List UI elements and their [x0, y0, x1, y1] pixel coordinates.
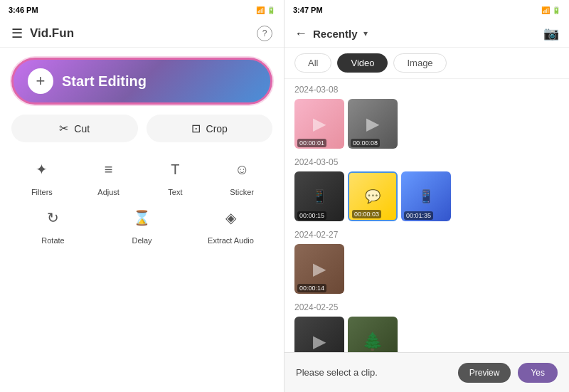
- thumb-row-1: 📱 00:00:15 💬 00:00:03 📱 00:01:35: [294, 171, 559, 221]
- filters-label: Filters: [31, 188, 53, 196]
- recently-chevron-icon[interactable]: ▾: [363, 28, 368, 38]
- back-button[interactable]: ←: [294, 26, 307, 41]
- extract-audio-icon: ◈: [216, 202, 247, 233]
- app-header-left: ☰ Vid.Fun: [11, 26, 74, 41]
- thumb-duration: 00:00:15: [297, 211, 326, 220]
- tools-grid: ✦ Filters ≡ Adjust T Text ☺ Sticker: [0, 154, 284, 196]
- date-group-3: 2024-02-25 ▶ 🌲: [294, 302, 559, 352]
- rotate-label: Rotate: [41, 236, 64, 245]
- thumb-row-2: ▶ 00:00:14: [294, 244, 559, 294]
- tool-filters[interactable]: ✦ Filters: [11, 154, 73, 196]
- tool-text[interactable]: T Text: [145, 154, 206, 196]
- status-bar-right: 3:47 PM 📶🔋: [284, 0, 569, 20]
- sticker-label: Sticker: [230, 188, 254, 196]
- thumb-row-0: ▶ 00:00:01 ▶ 00:00:08: [294, 99, 559, 149]
- tool-adjust[interactable]: ≡ Adjust: [78, 154, 139, 196]
- delay-icon: ⌛: [127, 202, 158, 233]
- app-title: Vid.Fun: [30, 26, 74, 41]
- text-label: Text: [168, 188, 182, 196]
- right-panel: 3:47 PM 📶🔋 ← Recently ▾ 📷 All Video Imag…: [284, 0, 569, 392]
- thumb-duration: 00:00:03: [352, 210, 381, 218]
- crop-icon: [191, 122, 201, 135]
- text-icon: T: [159, 154, 191, 185]
- start-editing-button[interactable]: + Start Editing: [11, 58, 272, 105]
- hamburger-menu[interactable]: ☰: [11, 26, 23, 41]
- adjust-icon: ≡: [93, 154, 124, 185]
- cut-crop-row: Cut Crop: [0, 115, 284, 142]
- help-label: ?: [262, 28, 267, 38]
- tool-extract-audio[interactable]: ◈ Extract Audio: [189, 202, 272, 245]
- scissors-icon: [59, 122, 68, 135]
- thumb-duration: 00:00:08: [351, 139, 380, 147]
- app-header: ☰ Vid.Fun ?: [0, 20, 284, 48]
- sticker-icon: ☺: [226, 154, 257, 185]
- tools-grid2: ↻ Rotate ⌛ Delay ◈ Extract Audio: [0, 202, 284, 245]
- status-icons-left: 📶🔋: [256, 6, 275, 14]
- crop-label: Crop: [206, 123, 228, 134]
- thumb-item[interactable]: 📱 00:00:15: [294, 171, 344, 221]
- help-button[interactable]: ?: [257, 26, 272, 41]
- camera-button[interactable]: 📷: [543, 26, 559, 41]
- preview-button[interactable]: Preview: [458, 363, 511, 383]
- thumb-item[interactable]: 🌲: [348, 317, 398, 352]
- left-panel: 3:46 PM 📶🔋 ☰ Vid.Fun ? + Start Editing C…: [0, 0, 284, 392]
- status-icons-right: 📶🔋: [541, 6, 560, 14]
- thumb-item[interactable]: ▶ 00:00:14: [294, 244, 344, 294]
- status-bar-left: 3:46 PM 📶🔋: [0, 0, 284, 20]
- filter-tabs: All Video Image: [284, 48, 569, 79]
- thumb-row-3: ▶ 🌲: [294, 317, 559, 352]
- tool-delay[interactable]: ⌛ Delay: [100, 202, 184, 245]
- thumb-duration: 00:00:01: [297, 139, 326, 147]
- status-time-right: 3:47 PM: [293, 6, 323, 14]
- tab-video[interactable]: Video: [337, 53, 388, 73]
- yes-button[interactable]: Yes: [518, 363, 558, 383]
- tab-all[interactable]: All: [294, 53, 331, 73]
- cut-label: Cut: [74, 123, 90, 134]
- filters-icon: ✦: [26, 154, 58, 185]
- thumb-item[interactable]: 💬 00:00:03: [348, 171, 398, 221]
- delay-label: Delay: [132, 236, 151, 245]
- select-clip-text: Please select a clip.: [296, 367, 378, 378]
- media-header-left: ← Recently ▾: [294, 26, 368, 41]
- date-label-0: 2024-03-08: [294, 85, 559, 95]
- thumb-duration: 00:00:14: [297, 284, 326, 292]
- date-group-2: 2024-02-27 ▶ 00:00:14: [294, 230, 559, 294]
- tool-rotate[interactable]: ↻ Rotate: [11, 202, 95, 245]
- thumb-visual: 🌲: [348, 317, 398, 352]
- start-editing-label: Start Editing: [62, 73, 147, 90]
- thumb-item[interactable]: ▶ 00:00:08: [348, 99, 398, 149]
- thumb-visual: ▶: [294, 317, 344, 352]
- extract-audio-label: Extract Audio: [208, 236, 254, 245]
- tool-sticker[interactable]: ☺ Sticker: [211, 154, 272, 196]
- thumb-duration: 00:01:35: [404, 211, 433, 220]
- crop-button[interactable]: Crop: [147, 115, 273, 142]
- rotate-icon: ↻: [38, 202, 69, 233]
- tab-image[interactable]: Image: [393, 53, 446, 73]
- thumb-item[interactable]: ▶: [294, 317, 344, 352]
- media-header: ← Recently ▾ 📷: [284, 20, 569, 48]
- thumb-item[interactable]: 📱 00:01:35: [401, 171, 451, 221]
- thumb-item[interactable]: ▶ 00:00:01: [294, 99, 344, 149]
- adjust-label: Adjust: [97, 188, 119, 196]
- status-time-left: 3:46 PM: [9, 6, 38, 14]
- date-group-1: 2024-03-05 📱 00:00:15 💬 00:00:03 📱: [294, 157, 559, 221]
- cut-button[interactable]: Cut: [11, 115, 138, 142]
- media-scroll[interactable]: 2024-03-08 ▶ 00:00:01 ▶ 00:00:08 2024-03: [284, 79, 569, 352]
- date-label-2: 2024-02-27: [294, 230, 559, 240]
- plus-symbol: +: [36, 72, 46, 90]
- plus-circle-icon: +: [28, 68, 53, 94]
- bottom-bar: Please select a clip. Preview Yes: [284, 352, 569, 392]
- date-group-0: 2024-03-08 ▶ 00:00:01 ▶ 00:00:08: [294, 85, 559, 149]
- bottom-actions: Preview Yes: [458, 363, 558, 383]
- date-label-3: 2024-02-25: [294, 302, 559, 312]
- recently-label: Recently: [313, 28, 358, 40]
- date-label-1: 2024-03-05: [294, 157, 559, 167]
